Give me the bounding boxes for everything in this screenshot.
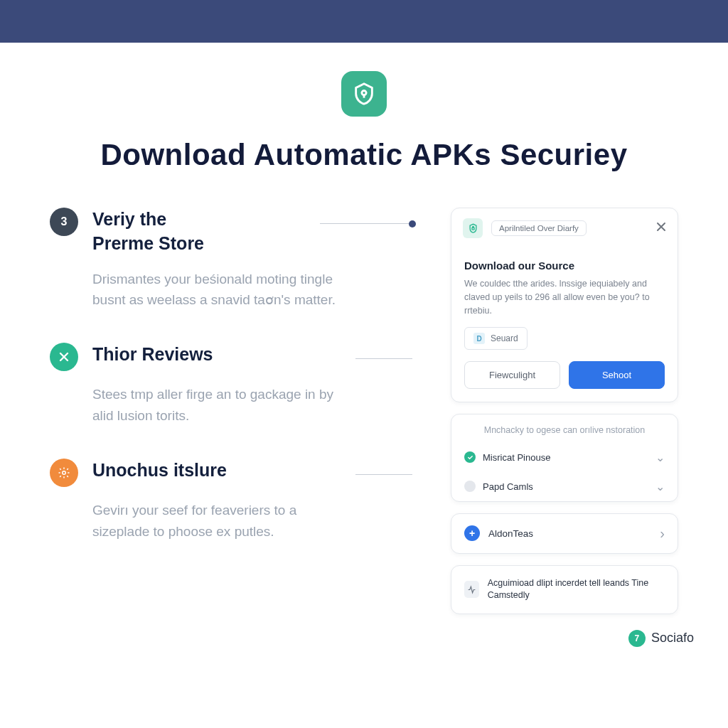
check-circle-icon xyxy=(464,451,476,463)
svg-point-1 xyxy=(63,471,66,475)
brand-badge-icon: 7 xyxy=(628,630,646,647)
chevron-right-icon: › xyxy=(660,525,665,542)
option-row[interactable]: Misricat Pinouse ⌄ xyxy=(451,443,678,472)
connector-line xyxy=(355,358,412,359)
step-3: Unochus itslure Gevirı your seef for fea… xyxy=(50,459,429,542)
content-columns: 3 Veriy the Prerme Store Drismantes your… xyxy=(50,208,678,626)
activity-icon xyxy=(464,581,479,598)
document-card[interactable]: Acguimioad dlipt incerdet tell leands Ti… xyxy=(451,565,678,614)
chip-letter-icon: D xyxy=(473,333,485,344)
step-title: Veriy the Prerme Store xyxy=(92,208,204,256)
step-badge-number: 3 xyxy=(50,208,78,236)
card-body: Download our Source We couldec tthe arid… xyxy=(451,248,678,361)
action-card[interactable]: + AldonTeas › xyxy=(451,513,678,554)
page-title: Download Automatic APKs Securiey xyxy=(50,138,678,172)
card-text: We couldec tthe arides. lnssige iequiabe… xyxy=(464,277,665,317)
step-body: Stees tmp aller firge an to gackage in b… xyxy=(92,384,348,426)
circle-icon xyxy=(464,481,476,492)
option-label: Papd Camls xyxy=(483,481,533,492)
step-badge-settings-icon xyxy=(50,459,78,487)
action-label: AldonTeas xyxy=(488,528,533,539)
step-badge-x-icon xyxy=(50,343,78,371)
document-text: Acguimioad dlipt incerdet tell leands Ti… xyxy=(488,577,665,602)
chevron-down-icon: ⌄ xyxy=(655,480,665,493)
options-card: Mnchacky to ogese can orılive nstoration… xyxy=(451,414,678,502)
card-actions: Fiewculight Sehoot xyxy=(451,361,678,402)
card-title: Download our Source xyxy=(464,259,665,272)
main-container: Download Automatic APKs Securiey 3 Veriy… xyxy=(0,43,728,640)
cards-column: Aprilntiled Over Diarfy Download our Sou… xyxy=(451,208,678,626)
close-icon[interactable] xyxy=(656,222,666,235)
connector-line xyxy=(355,474,412,475)
card-header: Aprilntiled Over Diarfy xyxy=(451,208,678,248)
card-tag: Aprilntiled Over Diarfy xyxy=(491,220,587,236)
brand-footer: 7 Sociafo xyxy=(628,630,694,647)
step-2: Thior Reviews Stees tmp aller firge an t… xyxy=(50,343,429,426)
hero: Download Automatic APKs Securiey xyxy=(50,71,678,172)
connector-dot xyxy=(409,220,416,228)
svg-rect-2 xyxy=(471,228,473,230)
option-label: Misricat Pinouse xyxy=(483,452,550,463)
step-body: Gevirı your seef for feaveriers to a siz… xyxy=(92,500,348,542)
source-card: Aprilntiled Over Diarfy Download our Sou… xyxy=(451,208,678,402)
steps-column: 3 Veriy the Prerme Store Drismantes your… xyxy=(50,208,429,626)
top-bar xyxy=(0,0,728,43)
shield-security-icon xyxy=(341,71,387,117)
secondary-button[interactable]: Fiewculight xyxy=(464,361,560,389)
source-chip[interactable]: D Seuard xyxy=(464,327,528,350)
step-body: Drismantes your beśionald moting tingle … xyxy=(92,269,348,311)
step-title: Thior Reviews xyxy=(92,343,213,367)
chevron-down-icon: ⌄ xyxy=(655,451,665,464)
connector-line xyxy=(320,223,412,224)
plus-circle-icon: + xyxy=(464,525,480,541)
primary-button[interactable]: Sehoot xyxy=(569,361,665,389)
info-text: Mnchacky to ogese can orılive nstoration xyxy=(451,414,678,443)
lock-shield-icon xyxy=(463,218,483,238)
step-title: Unochus itslure xyxy=(92,459,227,483)
brand-name: Sociafo xyxy=(651,631,694,646)
step-1: 3 Veriy the Prerme Store Drismantes your… xyxy=(50,208,429,310)
option-row[interactable]: Papd Camls ⌄ xyxy=(451,472,678,501)
chip-text: Seuard xyxy=(491,333,518,343)
